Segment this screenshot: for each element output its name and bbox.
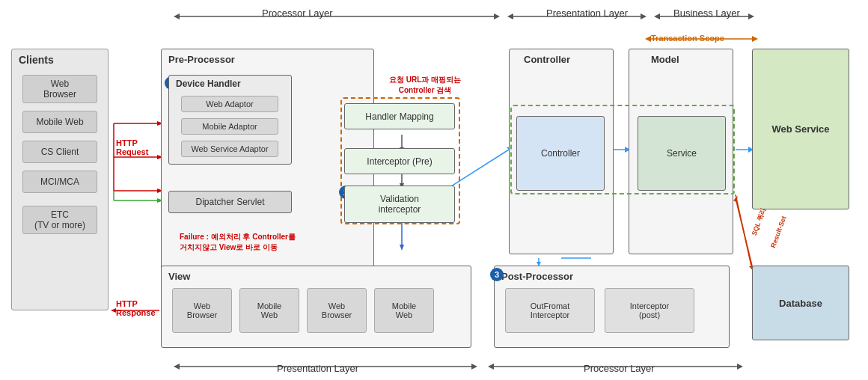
view-mobile-web-2: MobileWeb bbox=[374, 288, 434, 333]
presentation-layer-label-top: Presentation Layer bbox=[546, 7, 628, 19]
svg-marker-7 bbox=[654, 13, 660, 19]
svg-marker-50 bbox=[471, 364, 477, 370]
view-web-browser-2: WebBrowser bbox=[307, 288, 367, 333]
korean-annotation-1: 요청 URL과 매핑되는 Controller 검색 bbox=[389, 75, 461, 96]
processor-layer-label-bottom: Processor Layer bbox=[584, 363, 655, 374]
http-request-label: HTTPRequest bbox=[116, 138, 148, 156]
svg-marker-52 bbox=[488, 364, 494, 370]
client-cs-client: CS Client bbox=[22, 141, 97, 163]
svg-marker-53 bbox=[737, 364, 743, 370]
business-layer-label-top: Business Layer bbox=[673, 7, 740, 19]
view-mobile-web-1: MobileWeb bbox=[239, 288, 299, 333]
svg-marker-47 bbox=[111, 308, 116, 313]
device-handler-title: Device Handler bbox=[176, 79, 241, 89]
svg-marker-29 bbox=[400, 245, 404, 251]
presentation-layer-label-bottom: Presentation Layer bbox=[277, 363, 358, 374]
client-mobile-web: Mobile Web bbox=[22, 111, 97, 133]
view-web-browser-1: WebBrowser bbox=[172, 288, 232, 333]
interceptor-post: Interceptor(post) bbox=[605, 288, 694, 333]
svg-marker-4 bbox=[507, 13, 513, 19]
processor-layer-label-top: Processor Layer bbox=[262, 7, 333, 19]
svg-marker-5 bbox=[641, 13, 647, 19]
svg-marker-49 bbox=[174, 364, 180, 370]
svg-marker-8 bbox=[748, 13, 754, 19]
validation-interceptor-box: Validationinterceptor bbox=[344, 186, 455, 223]
http-response-label: HTTPResponse bbox=[116, 299, 156, 317]
web-adaptor: Web Adaptor bbox=[181, 96, 278, 112]
web-service-box: Web Service bbox=[752, 49, 849, 209]
client-web-browser: WebBrowser bbox=[22, 75, 97, 103]
circle-3: 3 bbox=[490, 268, 504, 281]
failure-annotation: Failure : 예외처리 후 Controller를 거치지않고 View로… bbox=[180, 232, 296, 253]
mobile-adaptor: Mobile Adaptor bbox=[181, 118, 278, 135]
svg-marker-1 bbox=[174, 13, 180, 19]
view-title: View bbox=[168, 271, 190, 282]
svg-marker-10 bbox=[645, 36, 651, 42]
result-set-label: Result-Set bbox=[769, 215, 788, 248]
sql-query-label: SQL 쿼리 bbox=[750, 206, 769, 237]
svg-marker-2 bbox=[494, 13, 500, 19]
interceptor-pre-box: Interceptor (Pre) bbox=[344, 148, 455, 174]
clients-title: Clients bbox=[19, 54, 54, 66]
client-mci-mca: MCI/MCA bbox=[22, 171, 97, 193]
database-box: Database bbox=[752, 266, 849, 340]
svg-marker-42 bbox=[733, 196, 738, 202]
preprocessor-title: Pre-Processor bbox=[168, 54, 235, 65]
korean-ann-line2: Controller 검색 bbox=[399, 86, 452, 94]
client-etc: ETC(TV or more) bbox=[22, 206, 97, 234]
handler-mapping-box: Handler Mapping bbox=[344, 103, 455, 129]
controller-label: Controller bbox=[524, 54, 570, 65]
svg-marker-11 bbox=[752, 36, 758, 42]
outformat-interceptor: OutFromatInterceptor bbox=[505, 288, 595, 333]
diagram-container: Processor Layer Presentation Layer Busin… bbox=[0, 0, 868, 380]
transaction-scope-label: Transaction Scope bbox=[651, 34, 724, 43]
model-label: Model bbox=[651, 54, 679, 65]
mvc-dashed-box bbox=[510, 105, 735, 194]
postprocessor-title: Post-Processor bbox=[501, 271, 573, 282]
korean-ann-line1: 요청 URL과 매핑되는 bbox=[389, 76, 461, 84]
web-service-adaptor: Web Service Adaptor bbox=[181, 141, 278, 157]
dispatcher-servlet: Dipatcher Servlet bbox=[168, 191, 292, 213]
